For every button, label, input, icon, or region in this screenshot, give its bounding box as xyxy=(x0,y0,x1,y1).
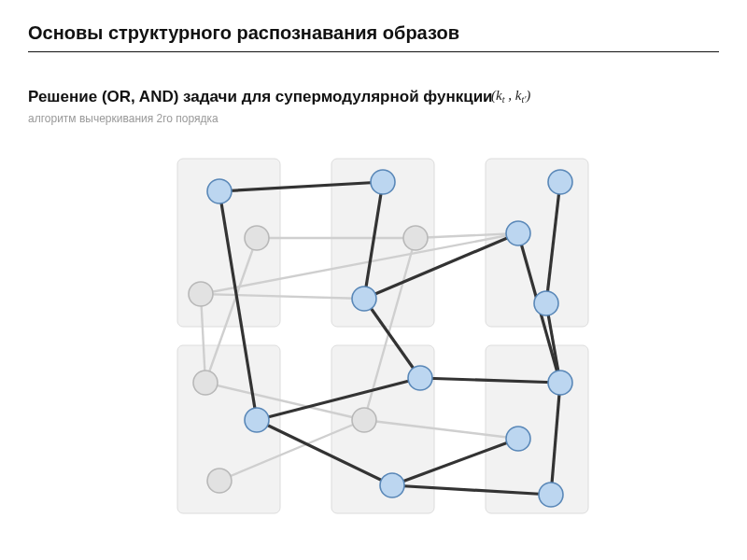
node-A3 xyxy=(189,282,213,306)
node-F3 xyxy=(539,483,563,507)
node-B2 xyxy=(403,226,428,250)
node-B3 xyxy=(352,287,376,311)
node-A2 xyxy=(245,226,269,250)
node-F2 xyxy=(506,427,530,451)
graph-diagram xyxy=(159,140,607,532)
node-C1 xyxy=(548,170,572,194)
slide-header: Основы структурного распознавания образо… xyxy=(0,0,747,62)
section-title: Решение (OR, AND) задачи для супермодуля… xyxy=(28,88,493,105)
node-E2 xyxy=(352,408,376,432)
node-B1 xyxy=(371,170,395,194)
formula-label: (kt , kt′) xyxy=(491,88,530,103)
node-D1 xyxy=(193,371,218,395)
node-D3 xyxy=(207,469,232,493)
node-C2 xyxy=(506,221,530,245)
node-E3 xyxy=(380,473,404,497)
slide-title: Основы структурного распознавания образо… xyxy=(28,22,719,44)
node-C3 xyxy=(534,291,558,315)
node-D2 xyxy=(245,408,269,432)
node-E1 xyxy=(408,366,432,390)
node-F1 xyxy=(548,371,572,395)
slide-subheader: Решение (OR, AND) задачи для супермодуля… xyxy=(0,62,747,110)
algorithm-caption: алгоритм вычеркивания 2го порядка xyxy=(0,110,747,125)
slide: Основы структурного распознавания образо… xyxy=(0,0,747,560)
title-rule xyxy=(28,51,719,52)
node-A1 xyxy=(207,179,232,203)
panel-5 xyxy=(486,345,588,513)
graph-svg xyxy=(159,140,607,532)
